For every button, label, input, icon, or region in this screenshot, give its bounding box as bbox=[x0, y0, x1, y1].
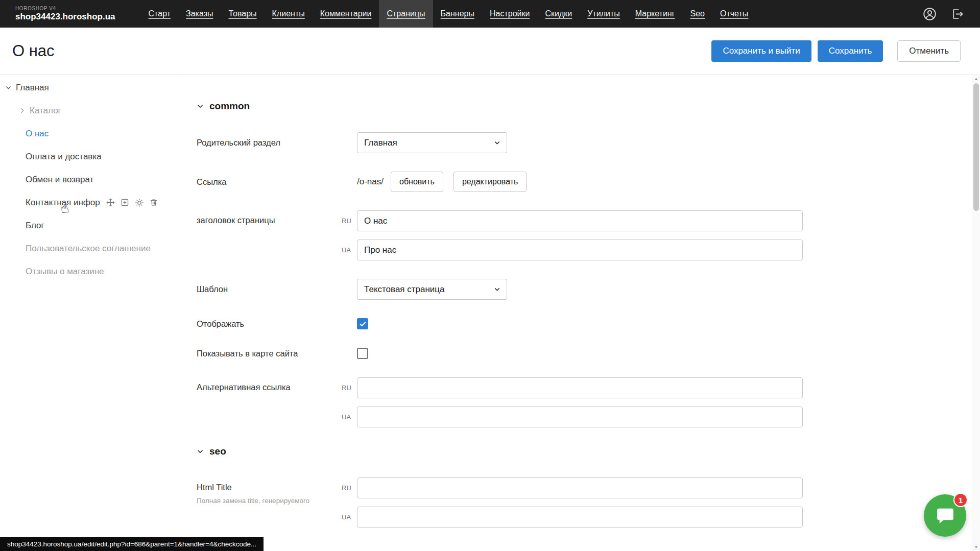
page-title-ua-input[interactable] bbox=[357, 239, 803, 260]
sidebar-item-label: Блог bbox=[26, 221, 44, 231]
sitemap-row: Показывать в карте сайта bbox=[197, 348, 980, 359]
cancel-button[interactable]: Отменить bbox=[897, 40, 961, 62]
link-refresh-button[interactable]: обновить bbox=[391, 172, 443, 192]
sidebar-item-blog[interactable]: Блог bbox=[0, 214, 179, 237]
page-title-ru-input[interactable] bbox=[357, 210, 803, 231]
nav-item-marketing[interactable]: Маркетинг bbox=[628, 0, 683, 28]
shop-domain-text: shop34423.horoshop.ua bbox=[15, 12, 115, 22]
header-actions: Сохранить и выйти Сохранить Отменить bbox=[711, 40, 961, 62]
sitemap-checkbox[interactable] bbox=[357, 348, 368, 359]
sidebar-item-label: Оплата и доставка bbox=[26, 152, 102, 162]
nav-item-reports[interactable]: Отчеты bbox=[712, 0, 756, 28]
alt-link-ru-input[interactable] bbox=[357, 377, 803, 398]
alt-link-row: Альтернативная ссылка RU UA bbox=[197, 377, 980, 427]
page-title-label: заголовок страницы bbox=[197, 210, 342, 225]
lang-ua-badge: UA bbox=[342, 413, 357, 421]
sidebar-item-polzovatelskoe-soglashenie[interactable]: Пользовательское соглашение bbox=[0, 237, 179, 260]
html-title-ru-input[interactable] bbox=[357, 477, 803, 498]
add-page-icon[interactable] bbox=[121, 198, 129, 207]
nav-item-banners[interactable]: Баннеры bbox=[433, 0, 482, 28]
scrollbar-thumb[interactable] bbox=[973, 83, 979, 211]
sidebar-item-label: О нас bbox=[26, 129, 49, 139]
html-title-ua-input[interactable] bbox=[357, 507, 803, 528]
sidebar-item-obmen-i-vozvrat[interactable]: Обмен и возврат bbox=[0, 168, 179, 191]
topbar-right-icons bbox=[923, 0, 964, 28]
section-common-header[interactable]: common bbox=[197, 101, 980, 112]
logo-version-text: HOROSHOP V4 bbox=[15, 6, 115, 11]
page-title: О нас bbox=[12, 42, 55, 60]
scrollbar[interactable]: ▲ ▼ bbox=[972, 75, 980, 551]
html-title-hint: Полная замена title, генерируемого bbox=[197, 496, 342, 506]
sidebar-item-label: Каталог bbox=[30, 106, 61, 116]
scroll-down-arrow[interactable]: ▼ bbox=[972, 545, 980, 549]
sidebar-item-label: Контактная инфор bbox=[26, 198, 100, 208]
chevron-down-icon bbox=[494, 286, 500, 293]
sidebar-item-kontaktnaya-infor[interactable]: Контактная инфор☝ bbox=[0, 191, 179, 214]
sidebar-item-o-nas[interactable]: О нас bbox=[0, 122, 179, 145]
logout-icon[interactable] bbox=[951, 8, 964, 20]
chat-bubble-icon bbox=[935, 506, 955, 526]
chevron-down-icon[interactable] bbox=[5, 84, 12, 91]
page-header: О нас Сохранить и выйти Сохранить Отмени… bbox=[0, 28, 980, 75]
section-seo-header[interactable]: seo bbox=[197, 446, 980, 457]
chat-widget-button[interactable]: 1 bbox=[924, 494, 966, 537]
html-title-label: Html Title Полная замена title, генериру… bbox=[197, 477, 342, 506]
page-title-row: заголовок страницы RU UA bbox=[197, 210, 980, 260]
display-checkbox[interactable] bbox=[357, 318, 368, 329]
main-menu: СтартЗаказыТоварыКлиентыКомментарииСтран… bbox=[141, 0, 756, 28]
delete-icon[interactable] bbox=[150, 198, 158, 207]
top-navigation-bar: HOROSHOP V4 shop34423.horoshop.ua СтартЗ… bbox=[0, 0, 980, 28]
move-icon[interactable] bbox=[106, 198, 115, 207]
app-logo[interactable]: HOROSHOP V4 shop34423.horoshop.ua bbox=[15, 0, 115, 28]
lang-ua-badge: UA bbox=[342, 246, 357, 254]
nav-item-start[interactable]: Старт bbox=[141, 0, 178, 28]
sidebar-item-label: Отзывы о магазине bbox=[26, 267, 104, 277]
nav-item-clients[interactable]: Клиенты bbox=[265, 0, 313, 28]
alt-link-ua-input[interactable] bbox=[357, 406, 803, 427]
sidebar-item-katalog[interactable]: Каталог bbox=[0, 99, 179, 122]
template-select[interactable]: Текстовая страница bbox=[357, 279, 507, 300]
tree-item-actions bbox=[106, 198, 158, 207]
sidebar-item-label: Обмен и возврат bbox=[26, 175, 93, 185]
display-label: Отображать bbox=[197, 319, 357, 329]
display-row: Отображать bbox=[197, 318, 980, 329]
parent-section-select[interactable]: Главная bbox=[357, 132, 507, 153]
link-label: Ссылка bbox=[197, 177, 357, 187]
sidebar-item-glavnaya[interactable]: Главная bbox=[0, 76, 179, 99]
nav-item-utilities[interactable]: Утилиты bbox=[580, 0, 628, 28]
scroll-up-arrow[interactable]: ▲ bbox=[972, 77, 980, 81]
content-area: ГлавнаяКаталогО насОплата и доставкаОбме… bbox=[0, 75, 980, 551]
nav-item-comments[interactable]: Комментарии bbox=[313, 0, 379, 28]
nav-item-pages[interactable]: Страницы bbox=[379, 0, 433, 28]
lang-ru-badge: RU bbox=[342, 384, 357, 392]
lang-ru-badge: RU bbox=[342, 484, 357, 492]
nav-item-discounts[interactable]: Скидки bbox=[537, 0, 580, 28]
sidebar-item-otzyvy-o-magazine[interactable]: Отзывы о магазине bbox=[0, 260, 179, 283]
parent-section-row: Родительский раздел Главная bbox=[197, 132, 980, 153]
html-title-label-text: Html Title bbox=[197, 483, 342, 492]
nav-item-seo[interactable]: Seo bbox=[683, 0, 712, 28]
pages-tree-sidebar: ГлавнаяКаталогО насОплата и доставкаОбме… bbox=[0, 75, 179, 551]
chevron-right-icon[interactable] bbox=[19, 107, 26, 114]
settings-icon[interactable] bbox=[135, 198, 144, 207]
link-edit-button[interactable]: редактировать bbox=[453, 172, 527, 192]
sidebar-item-label: Главная bbox=[16, 83, 49, 93]
account-icon[interactable] bbox=[923, 7, 937, 21]
parent-section-value: Главная bbox=[364, 138, 397, 148]
save-button[interactable]: Сохранить bbox=[818, 40, 883, 62]
sidebar-item-oplata-i-dostavka[interactable]: Оплата и доставка bbox=[0, 145, 179, 168]
page-edit-form: common Родительский раздел Главная Ссылк… bbox=[179, 75, 980, 551]
chevron-down-icon bbox=[197, 103, 204, 110]
parent-section-label: Родительский раздел bbox=[197, 138, 357, 148]
section-common-label: common bbox=[209, 101, 250, 112]
nav-item-products[interactable]: Товары bbox=[221, 0, 265, 28]
status-url-bar: shop34423.horoshop.ua/edit/edit.php?id=6… bbox=[0, 537, 264, 551]
nav-item-settings[interactable]: Настройки bbox=[482, 0, 537, 28]
nav-item-orders[interactable]: Заказы bbox=[178, 0, 221, 28]
template-value: Текстовая страница bbox=[364, 284, 445, 295]
lang-ru-badge: RU bbox=[342, 217, 357, 225]
chat-unread-badge: 1 bbox=[953, 493, 968, 507]
save-and-exit-button[interactable]: Сохранить и выйти bbox=[711, 40, 811, 62]
sitemap-label: Показывать в карте сайта bbox=[197, 349, 357, 358]
template-row: Шаблон Текстовая страница bbox=[197, 279, 980, 300]
